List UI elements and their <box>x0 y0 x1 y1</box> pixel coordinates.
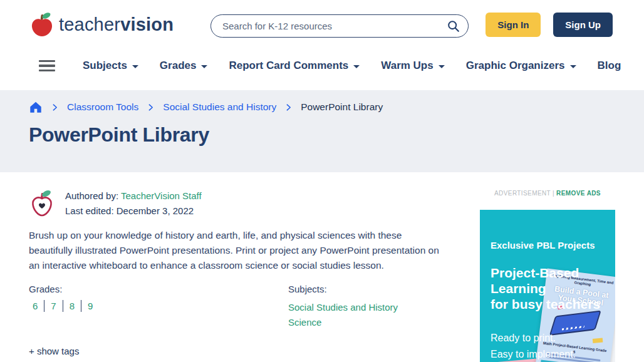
nav-item-label: Graphic Organizers <box>466 59 565 72</box>
breadcrumb-link-classroom-tools[interactable]: Classroom Tools <box>67 101 138 113</box>
show-tags-link[interactable]: + show tags <box>29 346 79 356</box>
brand-text: teachervision <box>59 14 174 35</box>
subject-link-science[interactable]: Science <box>288 315 445 330</box>
apple-logo-icon <box>30 11 54 38</box>
nav-item-label: Grades <box>160 59 197 72</box>
ad-headline-line: Learning <box>491 281 600 296</box>
nav-item-report-card-comments[interactable]: Report Card Comments <box>229 59 360 72</box>
page-description: Brush up on your knowledge of history an… <box>29 228 442 273</box>
ad-label-row: ADVERTISEMENT|REMOVE ADS <box>480 190 615 197</box>
author-link[interactable]: TeacherVision Staff <box>121 190 202 201</box>
nav-item-grades[interactable]: Grades <box>160 59 208 72</box>
main-nav: Subjects Grades Report Card Comments War… <box>0 50 644 81</box>
grades-label: Grades: <box>29 284 288 294</box>
brand-text-second: vision <box>120 14 174 34</box>
subjects-label: Subjects: <box>288 284 445 294</box>
menu-icon[interactable] <box>39 60 55 72</box>
home-icon[interactable] <box>29 100 43 114</box>
search-bar <box>210 14 469 38</box>
grade-link-7[interactable]: 7 <box>44 300 63 312</box>
ad-headline-line: Project-Based <box>491 265 600 281</box>
nav-item-subjects[interactable]: Subjects <box>83 59 138 72</box>
subject-link-social-studies-and-history[interactable]: Social Studies and History <box>288 300 445 315</box>
nav-item-graphic-organizers[interactable]: Graphic Organizers <box>466 59 576 72</box>
ad-body-line: Easy to implement. <box>491 346 576 362</box>
brand-text-first: teacher <box>59 14 120 34</box>
nav-item-label: Warm Ups <box>381 59 433 72</box>
nav-item-label: Subjects <box>83 59 127 72</box>
breadcrumb: Classroom Tools Social Studies and Histo… <box>29 100 644 114</box>
authored-by-label: Authored by: <box>65 190 118 201</box>
chevron-down-icon <box>439 65 445 68</box>
page-title: PowerPoint Library <box>29 123 644 147</box>
advertisement-label: ADVERTISEMENT <box>494 190 551 197</box>
ad-body-line: Ready to print. <box>491 330 576 346</box>
search-input[interactable] <box>222 21 447 31</box>
sign-in-button[interactable]: Sign In <box>486 13 541 37</box>
auth-buttons: Sign In Sign Up <box>486 13 613 37</box>
ad-headline-line: for busy teachers <box>491 296 600 312</box>
author-lines: Authored by: TeacherVision Staff Last ed… <box>65 189 202 219</box>
grade-link-8[interactable]: 8 <box>63 300 81 312</box>
nav-items: Subjects Grades Report Card Comments War… <box>83 59 621 72</box>
ad-eyebrow: Exclusive PBL Projects <box>491 240 595 251</box>
chevron-down-icon <box>353 65 360 68</box>
author-apple-icon <box>29 189 55 217</box>
chevron-down-icon <box>201 65 207 68</box>
grade-link-9[interactable]: 9 <box>81 300 99 312</box>
nav-item-label: Report Card Comments <box>229 59 348 72</box>
teachervision-logo[interactable]: teachervision <box>30 11 174 38</box>
sign-up-button[interactable]: Sign Up <box>553 13 613 37</box>
search-icon[interactable] <box>447 19 460 33</box>
ad-body: Ready to print. Easy to implement. <box>491 330 576 362</box>
authored-by-line: Authored by: TeacherVision Staff <box>65 189 202 204</box>
chevron-down-icon <box>132 65 138 68</box>
top-header: teachervision Sign In Sign Up <box>0 0 644 50</box>
last-edited: Last edited: December 3, 2022 <box>65 204 202 219</box>
nav-item-warm-ups[interactable]: Warm Ups <box>381 59 444 72</box>
nav-item-label: Blog <box>598 59 621 72</box>
chevron-right-icon <box>147 103 155 111</box>
remove-ads-link[interactable]: REMOVE ADS <box>556 190 601 197</box>
chevron-right-icon <box>284 103 293 111</box>
nav-item-blog[interactable]: Blog <box>598 59 621 72</box>
grades-list: 6 7 8 9 <box>29 300 288 312</box>
author-row: Authored by: TeacherVision Staff Last ed… <box>29 189 445 219</box>
breadcrumb-link-social-studies-and-history[interactable]: Social Studies and History <box>163 101 276 113</box>
hero-section: Classroom Tools Social Studies and Histo… <box>0 90 644 172</box>
subjects-block: Subjects: Social Studies and History Sci… <box>288 284 445 330</box>
chevron-down-icon <box>570 65 576 68</box>
grade-link-6[interactable]: 6 <box>29 300 44 312</box>
ad-headline: Project-Based Learning for busy teachers <box>491 265 600 312</box>
meta-section: Grades: 6 7 8 9 Subjects: Social Studies… <box>29 284 445 330</box>
breadcrumb-current: PowerPoint Library <box>301 101 383 113</box>
chevron-right-icon <box>51 103 59 111</box>
grades-block: Grades: 6 7 8 9 <box>29 284 288 330</box>
ad-label-pipe: | <box>553 190 554 197</box>
article-content: Authored by: TeacherVision Staff Last ed… <box>29 189 445 362</box>
ad-banner[interactable]: Exploring Measurement, Time and Graphing… <box>480 210 615 362</box>
